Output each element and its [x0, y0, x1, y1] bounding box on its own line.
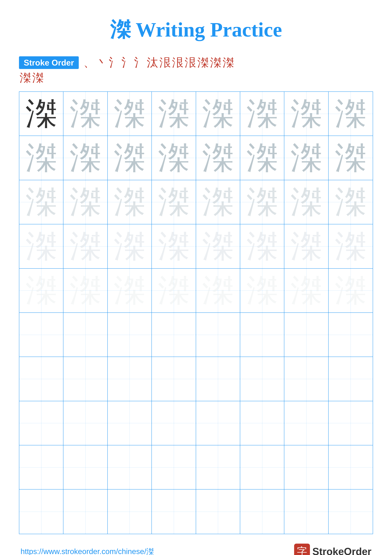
practice-char: 滐 [246, 142, 278, 174]
grid-cell [240, 401, 284, 445]
grid-cell [196, 357, 240, 401]
stroke-char: 泿 [172, 57, 183, 68]
grid-cell [152, 313, 196, 357]
grid-cell [328, 313, 373, 357]
practice-char: 滐 [246, 98, 278, 130]
grid-cell: 滐 [19, 180, 64, 224]
grid-cell [19, 313, 64, 357]
grid-cell [196, 313, 240, 357]
grid-cell: 滐 [152, 92, 196, 136]
stroke-chars-line2: 滐滐 [19, 72, 373, 84]
practice-char: 滐 [158, 231, 190, 262]
grid-cell: 滐 [240, 224, 284, 269]
grid-cell [152, 401, 196, 445]
stroke-char: 滐 [20, 72, 31, 84]
grid-cell: 滐 [196, 269, 240, 313]
stroke-char: 滐 [210, 57, 221, 68]
grid-cell: 滐 [328, 136, 373, 180]
practice-char: 滐 [246, 186, 278, 218]
grid-cell [240, 445, 284, 489]
stroke-char: 、 [84, 57, 95, 68]
stroke-char: 氵 [121, 57, 133, 68]
grid-row: 滐滐滐滐滐滐滐滐 [19, 180, 373, 224]
practice-char: 滐 [158, 275, 190, 306]
grid-cell: 滐 [328, 180, 373, 224]
grid-cell: 滐 [240, 136, 284, 180]
grid-cell: 滐 [240, 92, 284, 136]
practice-char: 滐 [202, 275, 234, 306]
practice-char: 滐 [246, 275, 278, 306]
grid-cell [196, 445, 240, 489]
practice-char: 滐 [158, 98, 190, 130]
grid-row [19, 313, 373, 357]
grid-cell [240, 489, 284, 534]
grid-cell [64, 313, 107, 357]
grid-cell [240, 313, 284, 357]
page: 滐 Writing Practice Stroke Order 、丶氵氵氵汰泿泿… [0, 0, 392, 555]
stroke-char: 氵 [109, 57, 120, 68]
grid-row [19, 445, 373, 489]
practice-char: 滐 [291, 231, 322, 262]
grid-cell: 滐 [64, 92, 107, 136]
stroke-char: 氵 [134, 57, 145, 68]
footer-logo: 字 StrokeOrder [294, 544, 371, 555]
practice-char: 滐 [70, 275, 101, 306]
grid-cell: 滐 [328, 224, 373, 269]
practice-char: 滐 [335, 142, 366, 174]
footer-url[interactable]: https://www.strokeorder.com/chinese/滐 [21, 547, 154, 555]
stroke-char: 汰 [147, 57, 158, 68]
grid-row [19, 357, 373, 401]
grid-cell [152, 489, 196, 534]
grid-row: 滐滐滐滐滐滐滐滐 [19, 136, 373, 180]
grid-cell: 滐 [240, 180, 284, 224]
grid-cell [328, 357, 373, 401]
logo-icon: 字 [294, 544, 310, 555]
grid-cell [196, 401, 240, 445]
practice-char: 滐 [335, 231, 366, 262]
grid-cell [19, 357, 64, 401]
grid-cell: 滐 [108, 92, 152, 136]
practice-char: 滐 [70, 186, 101, 218]
practice-char: 滐 [158, 186, 190, 218]
grid-cell: 滐 [196, 92, 240, 136]
grid-cell: 滐 [64, 224, 107, 269]
practice-char: 滐 [202, 98, 234, 130]
practice-char: 滐 [114, 142, 145, 174]
grid-cell: 滐 [284, 224, 328, 269]
grid-cell: 滐 [19, 224, 64, 269]
grid-cell [19, 401, 64, 445]
page-title: 滐 Writing Practice [110, 16, 282, 44]
practice-char: 滐 [335, 186, 366, 218]
grid-cell: 滐 [196, 180, 240, 224]
practice-char: 滐 [335, 275, 366, 306]
grid-cell [284, 401, 328, 445]
grid-row: 滐滐滐滐滐滐滐滐 [19, 224, 373, 269]
grid-cell [108, 357, 152, 401]
grid-cell [328, 401, 373, 445]
practice-char: 滐 [70, 142, 101, 174]
grid-row: 滐滐滐滐滐滐滐滐 [19, 269, 373, 313]
grid-cell: 滐 [64, 180, 107, 224]
stroke-order-row: Stroke Order 、丶氵氵氵汰泿泿泿滐滐滐 [19, 56, 373, 69]
practice-char: 滐 [114, 98, 145, 130]
practice-char: 滐 [114, 231, 145, 262]
grid-cell: 滐 [196, 136, 240, 180]
practice-char: 滐 [25, 186, 57, 218]
grid-cell: 滐 [108, 224, 152, 269]
grid-cell [64, 445, 107, 489]
practice-char: 滐 [25, 98, 57, 130]
practice-char: 滐 [202, 186, 234, 218]
grid-cell: 滐 [108, 269, 152, 313]
grid-cell: 滐 [152, 224, 196, 269]
grid-cell: 滐 [284, 136, 328, 180]
stroke-char: 滐 [197, 57, 209, 68]
grid-cell [64, 401, 107, 445]
grid-cell: 滐 [284, 180, 328, 224]
grid-cell: 滐 [152, 269, 196, 313]
stroke-chars-line1: 、丶氵氵氵汰泿泿泿滐滐滐 [84, 57, 234, 68]
practice-char: 滐 [291, 98, 322, 130]
grid-cell: 滐 [108, 136, 152, 180]
grid-cell: 滐 [152, 136, 196, 180]
grid-cell [64, 357, 107, 401]
grid-cell: 滐 [328, 269, 373, 313]
